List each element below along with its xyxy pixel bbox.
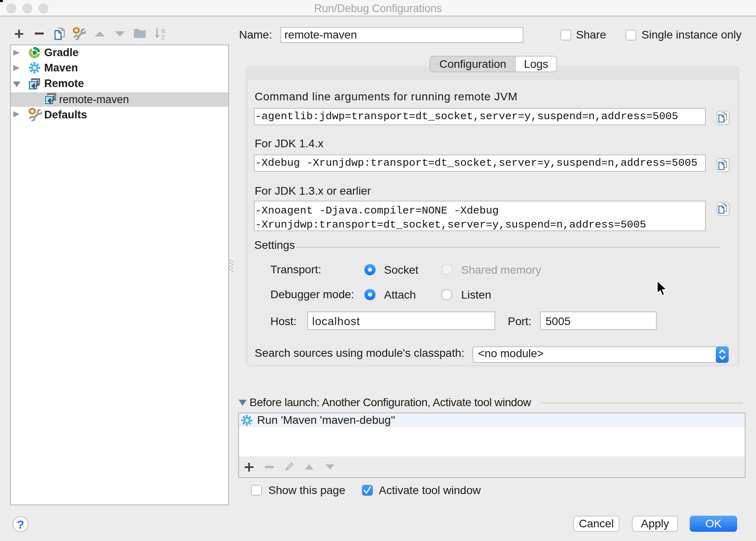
svg-text:z: z bbox=[161, 33, 165, 39]
